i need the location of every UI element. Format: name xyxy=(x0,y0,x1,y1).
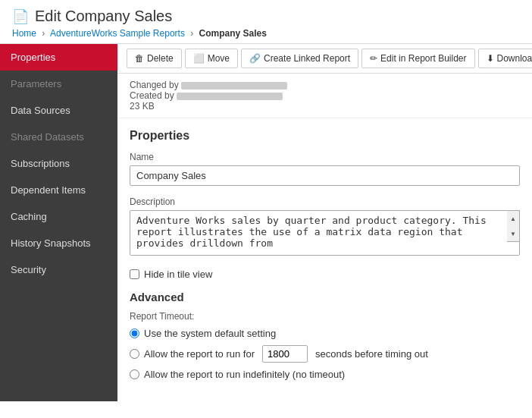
sidebar-item-security[interactable]: Security xyxy=(0,256,117,283)
hide-tile-label: Hide in tile view xyxy=(144,269,212,280)
hide-tile-row: Hide in tile view xyxy=(130,269,520,280)
description-wrapper: Adventure Works sales by quarter and pro… xyxy=(130,210,520,258)
sidebar-item-dependent-items[interactable]: Dependent Items xyxy=(0,177,117,203)
timeout-input[interactable] xyxy=(262,345,308,363)
download-icon: ⬇ xyxy=(487,53,494,64)
delete-button[interactable]: 🗑 Delete xyxy=(127,49,182,68)
move-icon: ⬜ xyxy=(193,53,205,64)
textarea-scrollbar: ▲ ▼ xyxy=(507,210,520,242)
hide-tile-checkbox[interactable] xyxy=(130,269,139,279)
sidebar-item-parameters: Parameters xyxy=(0,71,117,97)
toolbar: 🗑 Delete ⬜ Move 🔗 Create Linked Report ✏… xyxy=(117,44,532,74)
created-by-value xyxy=(177,93,283,100)
breadcrumb-parent[interactable]: AdventureWorks Sample Reports xyxy=(50,28,185,39)
sidebar: Properties Parameters Data Sources Share… xyxy=(0,44,117,401)
delete-icon: 🗑 xyxy=(135,53,144,64)
file-size: 23 KB xyxy=(130,101,520,112)
breadcrumb-home[interactable]: Home xyxy=(12,28,36,39)
create-linked-button[interactable]: 🔗 Create Linked Report xyxy=(241,49,358,68)
edit-icon: ✏ xyxy=(370,53,377,64)
properties-section: Properties Name Description Adventure Wo… xyxy=(117,118,532,401)
breadcrumb-sep-2: › xyxy=(190,28,193,39)
name-input[interactable] xyxy=(130,165,520,186)
timeout-suffix: seconds before timing out xyxy=(315,348,428,360)
radio-system-default[interactable] xyxy=(130,328,139,338)
breadcrumb: Home › AdventureWorks Sample Reports › C… xyxy=(12,28,520,39)
breadcrumb-sep-1: › xyxy=(42,28,45,39)
sidebar-item-subscriptions[interactable]: Subscriptions xyxy=(0,150,117,177)
changed-by-label: Changed by xyxy=(130,80,179,90)
page-header: 📄 Edit Company Sales Home › AdventureWor… xyxy=(0,0,532,44)
description-field-group: Description Adventure Works sales by qua… xyxy=(130,196,520,258)
sidebar-item-data-sources[interactable]: Data Sources xyxy=(0,97,117,124)
radio-allow-timeout[interactable] xyxy=(130,349,139,359)
sidebar-item-properties[interactable]: Properties xyxy=(0,44,117,71)
scroll-up-btn[interactable]: ▲ xyxy=(507,211,519,226)
description-input[interactable]: Adventure Works sales by quarter and pro… xyxy=(130,210,520,256)
move-button[interactable]: ⬜ Move xyxy=(185,49,238,68)
scroll-down-btn[interactable]: ▼ xyxy=(507,226,519,241)
edit-builder-button[interactable]: ✏ Edit in Report Builder xyxy=(361,49,474,68)
name-field-group: Name xyxy=(130,152,520,186)
radio-row-timeout: Allow the report to run for seconds befo… xyxy=(130,345,520,363)
sidebar-item-shared-datasets: Shared Datasets xyxy=(0,124,117,150)
radio-no-timeout-label: Allow the report to run indefinitely (no… xyxy=(144,369,345,380)
radio-row-system: Use the system default setting xyxy=(130,328,520,339)
properties-title: Properties xyxy=(130,129,520,143)
main-layout: Properties Parameters Data Sources Share… xyxy=(0,44,532,401)
link-icon: 🔗 xyxy=(249,53,261,64)
sidebar-item-history-snapshots[interactable]: History Snapshots xyxy=(0,230,117,256)
timeout-label: Report Timeout: xyxy=(130,311,520,322)
radio-allow-timeout-label: Allow the report to run for xyxy=(144,348,255,360)
breadcrumb-current: Company Sales xyxy=(199,28,267,39)
advanced-title: Advanced xyxy=(130,291,520,303)
radio-system-default-label: Use the system default setting xyxy=(144,328,276,339)
content-area: 🗑 Delete ⬜ Move 🔗 Create Linked Report ✏… xyxy=(117,44,532,401)
created-by-label: Created by xyxy=(130,90,174,101)
radio-row-no-timeout: Allow the report to run indefinitely (no… xyxy=(130,369,520,380)
radio-no-timeout[interactable] xyxy=(130,369,139,379)
changed-by-value xyxy=(181,82,287,90)
report-icon: 📄 xyxy=(12,8,29,25)
radio-group: Use the system default setting Allow the… xyxy=(130,328,520,380)
name-label: Name xyxy=(130,152,520,162)
info-bar: Changed by Created by 23 KB xyxy=(117,74,532,118)
sidebar-item-caching[interactable]: Caching xyxy=(0,203,117,230)
description-label: Description xyxy=(130,196,520,207)
download-button[interactable]: ⬇ Download xyxy=(478,49,533,68)
page-title: 📄 Edit Company Sales xyxy=(12,8,520,25)
